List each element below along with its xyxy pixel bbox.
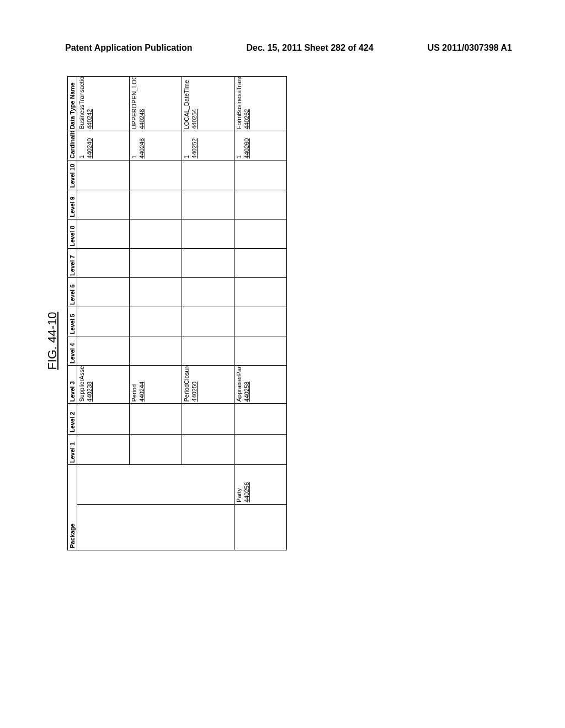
col-datatype: Data Type Name [68,77,77,131]
cell-dt: LOCAL_DateTime 440254 [182,77,234,131]
col-cardinality: Cardinality [68,131,77,160]
cell-l3: SupplierAssessmentProfileID 440238 [77,366,130,404]
cell-card: 1 440252 [182,131,234,160]
cell-card: 1 440246 [130,131,182,160]
cell-dt: UPPEROPEN_LOCAL_DateTimePeriod 440248 [130,77,182,131]
col-l1: Level 1 [68,434,77,464]
header-left: Patent Application Publication [65,43,193,53]
table-row: SupplierAssessmentProfileID 440238 1 440… [77,77,130,550]
figure-label: FIG. 44-10 [45,131,60,550]
col-l2: Level 2 [68,404,77,434]
cell-card: 1 440240 [77,131,130,160]
table-row: Party 440256 AppraiserParty 440258 1 440… [234,77,287,550]
header-center: Dec. 15, 2011 Sheet 282 of 424 [246,43,373,53]
cell-l3: PeriodClosureDateTime 440250 [182,366,234,404]
cell-dt: BusinessTransactionDocumentID 440242 [77,77,130,131]
header-right: US 2011/0307398 A1 [428,43,512,53]
col-l5: Level 5 [68,307,77,336]
cell-l3: AppraiserParty 440258 [234,366,287,404]
col-l9: Level 9 [68,190,77,219]
col-l10: Level 10 [68,160,77,190]
col-l7: Level 7 [68,248,77,277]
data-table: Package Level 1 Level 2 Level 3 Level 4 … [67,76,287,550]
col-l3: Level 3 [68,366,77,404]
col-package: Package [68,465,77,550]
col-l8: Level 8 [68,219,77,248]
cell-dt: FormBusinessTransactionDocumentParty 440… [234,77,287,131]
cell-card: 1 440260 [234,131,287,160]
col-l6: Level 6 [68,277,77,307]
cell-l3: Period 440244 [130,366,182,404]
table-header-row: Package Level 1 Level 2 Level 3 Level 4 … [68,77,77,550]
cell-pkg-sub: Party 440256 [234,465,287,505]
col-l4: Level 4 [68,336,77,366]
